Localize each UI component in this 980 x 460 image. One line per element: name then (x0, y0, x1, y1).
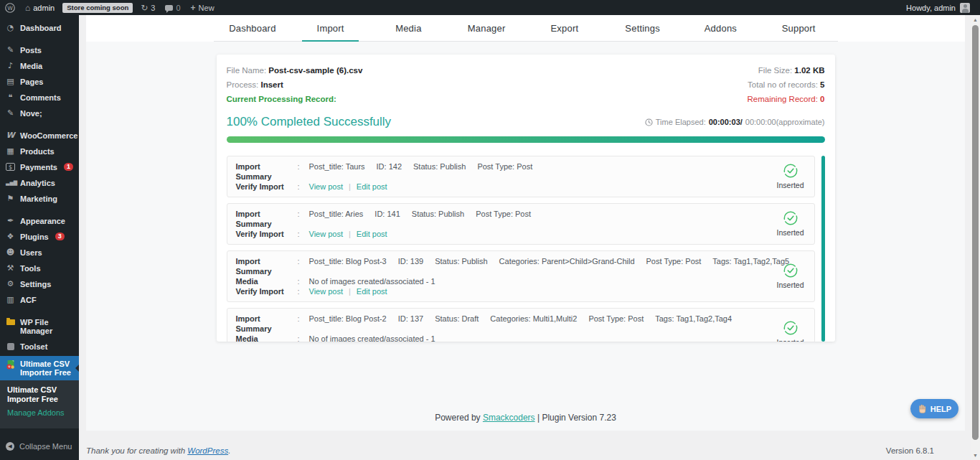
sidebar-item-media[interactable]: ♪Media (0, 58, 79, 74)
howdy-link[interactable]: Howdy, admin (906, 4, 956, 12)
collapse-menu-button[interactable]: ◀ Collapse Menu (0, 438, 79, 454)
file-name-value: Post-csv-sample (6).csv (268, 66, 362, 75)
view-post-link[interactable]: View post (309, 229, 344, 239)
tab-import[interactable]: Import (291, 15, 369, 41)
sidebar-item-users[interactable]: ☻Users (0, 245, 79, 260)
sidebar-item-label: Plugins (20, 233, 49, 241)
edit-post-link[interactable]: Edit post (357, 182, 387, 192)
remaining-record-value: 0 (820, 95, 824, 103)
sidebar-item-dashboard[interactable]: ◔Dashboard (0, 20, 79, 36)
analytics-icon: ▃▅▇ (6, 179, 15, 187)
row-label-import-summary: Import Summary (236, 209, 298, 229)
sidebar-item-label: Dashboard (20, 24, 61, 32)
sidebar-item-woocommerce[interactable]: WWooCommerce (0, 128, 79, 144)
tab-addons[interactable]: Addons (682, 15, 760, 41)
help-button[interactable]: HELP (910, 399, 958, 418)
tab-export[interactable]: Export (526, 15, 604, 41)
sidebar-item-toolset[interactable]: Toolset (0, 339, 79, 356)
wp-version: Version 6.8.1 (886, 446, 934, 455)
update-count: 3 (151, 4, 155, 12)
admin-bar: W ⌂ admin Store coming soon ↻ 3 0 + New … (0, 0, 980, 15)
tab-settings[interactable]: Settings (603, 15, 682, 41)
new-content-link[interactable]: + New (186, 0, 220, 15)
sidebar-item-payments[interactable]: $Payments1 (0, 159, 79, 175)
scroll-down-arrow[interactable]: ▼ (971, 451, 980, 460)
sidebar-item-settings[interactable]: ⚙Settings (0, 276, 79, 292)
view-post-link[interactable]: View post (309, 182, 344, 192)
coming-soon-badge: Store coming soon (62, 3, 133, 13)
help-label: HELP (930, 405, 951, 413)
row-label-verify-import: Verify Import (236, 182, 298, 192)
scroll-thumb[interactable] (972, 25, 979, 440)
sidebar-item-wp-file-manager[interactable]: WP File Manager (0, 314, 79, 339)
tab-dashboard[interactable]: Dashboard (214, 15, 292, 41)
site-name-link[interactable]: ⌂ admin (20, 0, 60, 15)
inserted-check-icon (783, 163, 798, 179)
sidebar-item-acf[interactable]: ▥ACF (0, 292, 79, 308)
list-scrollbar[interactable] (821, 156, 825, 342)
time-elapsed-label: Time Elapsed: (656, 118, 706, 126)
status-label: Inserted (777, 281, 804, 289)
sidebar-item-plugins[interactable]: ❖Plugins3 (0, 229, 79, 245)
sidebar-item-nove[interactable]: ✎Nove; (0, 105, 79, 121)
status-label: Inserted (777, 181, 804, 189)
status-label: Inserted (777, 338, 804, 342)
progress-heading: 100% Completed Successfully (227, 115, 392, 129)
submenu-item-ultimate-csv-importer[interactable]: Ultimate CSV Importer Free (7, 385, 73, 403)
sidebar-item-ultimate-csv-importer-free[interactable]: Ultimate CSV Importer Free (0, 356, 79, 380)
updates-icon: ↻ (141, 3, 148, 13)
sidebar-item-tools[interactable]: ⚒Tools (0, 260, 79, 276)
tab-support[interactable]: Support (760, 15, 838, 41)
import-results-list: Import Summary : Post_title: TaursID: 14… (227, 156, 825, 342)
sidebar-item-label: Settings (20, 280, 51, 288)
site-name: admin (33, 4, 55, 12)
sidebar-item-label: Comments (20, 93, 61, 102)
import-status-card: File Name: Post-csv-sample (6).csv Proce… (217, 55, 835, 342)
thanks-text: Thank you for creating with WordPress. (86, 446, 230, 455)
sidebar-item-analytics[interactable]: ▃▅▇Analytics (0, 175, 79, 191)
tab-media[interactable]: Media (369, 15, 448, 41)
pushpin-icon: ✎ (6, 109, 15, 118)
woocommerce-icon: W (6, 131, 15, 140)
dashboard-icon: ◔ (6, 24, 15, 32)
comments-link[interactable]: 0 (160, 0, 185, 15)
view-post-link[interactable]: View post (309, 286, 344, 296)
plugin-version-label: | Plugin Version 7.23 (537, 413, 616, 423)
updates-link[interactable]: ↻ 3 (136, 0, 160, 15)
edit-post-link[interactable]: Edit post (357, 286, 387, 296)
process-label: Process: (227, 80, 259, 89)
process-value: Insert (260, 80, 283, 89)
smackcoders-link[interactable]: Smackcoders (483, 413, 535, 423)
inserted-check-icon (783, 263, 798, 278)
sidebar-item-posts[interactable]: ✎Posts (0, 42, 79, 58)
sidebar-item-label: Products (20, 147, 55, 156)
sidebar-item-comments[interactable]: ❝Comments (0, 90, 79, 105)
submenu-item-manage-addons[interactable]: Manage Addons (7, 408, 73, 418)
summary-values: Post_title: TaursID: 142Status: PublishP… (309, 161, 545, 182)
products-icon: ▦ (6, 147, 15, 156)
time-estimate-value: 00:00:00(approximate) (745, 118, 825, 126)
scroll-up-arrow[interactable]: ▲ (971, 15, 980, 24)
sidebar-item-pages[interactable]: ▤Pages (0, 74, 79, 90)
file-name-label: File Name: (227, 66, 267, 75)
pushpin-icon: ✎ (6, 46, 15, 55)
sidebar-item-products[interactable]: ▦Products (0, 144, 79, 159)
row-label-import-summary: Import Summary (236, 314, 298, 334)
edit-post-link[interactable]: Edit post (357, 229, 387, 239)
wordpress-logo[interactable]: W (0, 0, 20, 15)
comments-icon (165, 5, 173, 11)
tab-manager[interactable]: Manager (448, 15, 526, 41)
browser-scrollbar[interactable]: ▲ ▼ (971, 15, 980, 460)
avatar[interactable] (960, 3, 970, 13)
media-icon: ♪ (6, 62, 15, 70)
new-label: New (199, 4, 215, 12)
row-status: Inserted (777, 163, 804, 190)
sidebar-item-marketing[interactable]: ⚑Marketing (0, 191, 79, 207)
sidebar-item-label: Media (20, 62, 42, 70)
file-info: File Name: Post-csv-sample (6).csv Proce… (227, 63, 825, 106)
appearance-icon: ✒ (6, 217, 15, 225)
pages-icon: ▤ (6, 78, 15, 86)
sidebar-item-appearance[interactable]: ✒Appearance (0, 213, 79, 229)
wordpress-link[interactable]: WordPress (187, 446, 228, 455)
plugins-icon: ❖ (6, 233, 15, 241)
